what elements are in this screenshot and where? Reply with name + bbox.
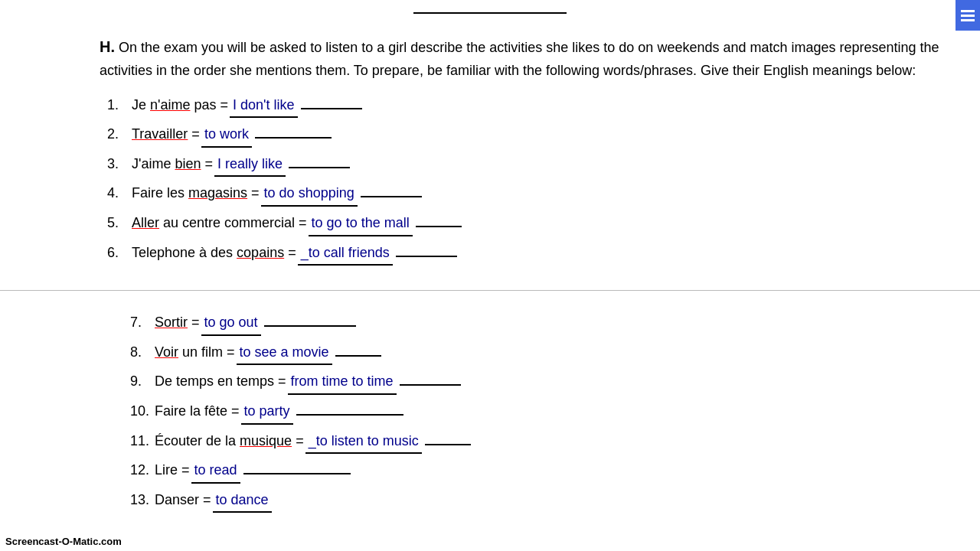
french-text: Faire les magasins =	[132, 181, 260, 205]
intro-block: H. On the exam you will be asked to list…	[100, 34, 965, 83]
item-num: 12.	[130, 458, 155, 482]
answer-text: _to listen to music	[305, 429, 422, 455]
answer-text: to go out	[201, 311, 261, 336]
french-text: Aller au centre commercial =	[132, 211, 307, 235]
answer-text: to party	[241, 399, 293, 425]
french-text: Écouter de la musique =	[155, 429, 304, 453]
answer-text: I really like	[214, 152, 286, 178]
answer-text: I don't like	[230, 93, 297, 119]
french-text: J'aime bien =	[132, 152, 213, 176]
bottom-section: 7. Sortir = to go out 8. Voir un film = …	[0, 303, 980, 525]
french-text: Lire =	[155, 458, 190, 482]
answer-text: to dance	[213, 488, 272, 514]
item-num: 13.	[130, 488, 155, 512]
intro-text: On the exam you will be asked to listen …	[100, 40, 939, 78]
french-text: Telephone à des copains =	[132, 241, 296, 265]
blank-line	[255, 137, 332, 139]
answer-text: from time to time	[288, 370, 397, 395]
french-text: Faire la fête =	[155, 399, 240, 423]
blank-line	[301, 108, 362, 109]
item-num: 8.	[130, 341, 155, 364]
top-right-icon[interactable]	[956, 0, 980, 31]
bottom-item-list: 7. Sortir = to go out 8. Voir un film = …	[130, 311, 965, 513]
list-item: 9. De temps en temps = from time to time	[130, 370, 965, 395]
item-num: 1.	[107, 93, 132, 117]
list-item: 3. J'aime bien = I really like	[107, 152, 965, 178]
item-num: 10.	[130, 399, 155, 423]
blank-line	[335, 355, 381, 357]
list-item: 2. Travailler = to work	[107, 122, 965, 148]
blank-line	[264, 325, 356, 327]
blank-line	[289, 167, 350, 168]
item-num: 7.	[130, 311, 155, 334]
list-item: 4. Faire les magasins = to do shopping	[107, 181, 965, 207]
list-item: 13. Danser = to dance	[130, 488, 965, 514]
list-item: 11. Écouter de la musique = _to listen t…	[130, 429, 965, 455]
list-item: 7. Sortir = to go out	[130, 311, 965, 336]
item-num: 3.	[107, 152, 132, 176]
french-text: Je n'aime pas =	[132, 93, 228, 117]
answer-text: to work	[201, 122, 252, 148]
list-item: 5. Aller au centre commercial = to go to…	[107, 211, 965, 236]
watermark: Screencast-O-Matic.com	[3, 535, 124, 548]
blank-line	[396, 256, 457, 257]
list-item: 12. Lire = to read	[130, 458, 965, 484]
french-text: De temps en temps =	[155, 370, 286, 393]
section-label: H.	[100, 38, 115, 55]
french-text: Travailler =	[132, 122, 200, 146]
list-item: 8. Voir un film = to see a movie	[130, 341, 965, 366]
french-text: Sortir =	[155, 311, 200, 334]
item-num: 9.	[130, 370, 155, 393]
blank-line	[416, 226, 462, 227]
blank-line	[243, 473, 351, 474]
french-text: Voir un film =	[155, 341, 235, 364]
french-text: Danser =	[155, 488, 211, 512]
blank-line	[400, 384, 461, 386]
item-num: 4.	[107, 181, 132, 205]
answer-text: _to call friends	[298, 241, 393, 266]
list-item: 1. Je n'aime pas = I don't like	[107, 93, 965, 119]
item-num: 2.	[107, 122, 132, 146]
item-num: 6.	[107, 241, 132, 265]
item-num: 5.	[107, 211, 132, 235]
answer-text: to read	[191, 458, 240, 484]
item-num: 11.	[130, 429, 155, 453]
answer-text: to see a movie	[237, 341, 332, 366]
list-item: 6. Telephone à des copains = _to call fr…	[107, 241, 965, 266]
list-item: 10. Faire la fête = to party	[130, 399, 965, 425]
top-section: H. On the exam you will be asked to list…	[0, 27, 980, 278]
answer-text: to do shopping	[261, 181, 358, 207]
blank-line	[361, 196, 422, 197]
top-item-list: 1. Je n'aime pas = I don't like 2. Trava…	[107, 93, 965, 266]
blank-line	[425, 444, 471, 445]
section-divider	[0, 290, 980, 291]
blank-line	[296, 414, 403, 416]
answer-text: to go to the mall	[309, 211, 413, 236]
